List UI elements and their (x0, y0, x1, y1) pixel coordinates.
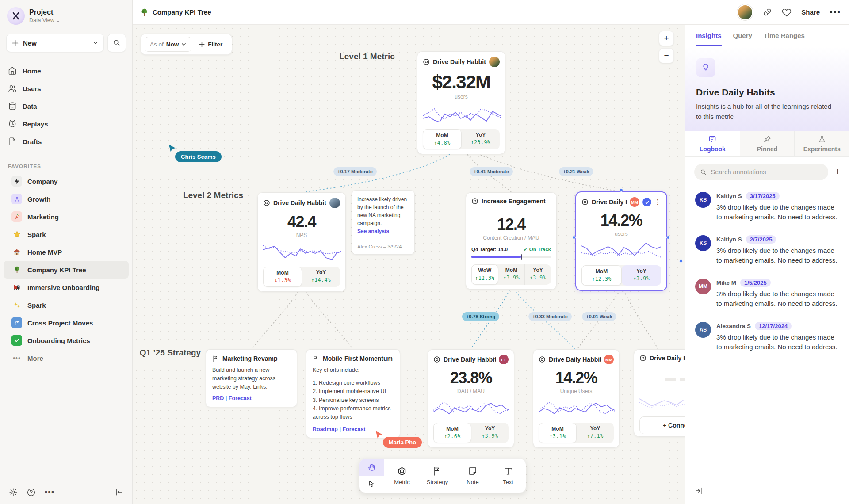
selection-handle[interactable] (679, 259, 683, 263)
sidebar-search-button[interactable] (107, 34, 126, 52)
note-tool[interactable]: Note (455, 459, 490, 493)
sidebar-item-replays[interactable]: Replays (0, 115, 132, 133)
selection-handle[interactable] (666, 236, 670, 239)
wow-chip[interactable]: WoW ↑12.3% (471, 264, 498, 285)
yoy-chip[interactable]: YoY ↑3.9% (622, 265, 661, 286)
sparkline (639, 394, 685, 412)
sidebar-item-drafts[interactable]: Drafts (0, 133, 132, 150)
house-icon (11, 247, 22, 257)
mom-chip[interactable]: MoM ↑3.1% (539, 423, 577, 443)
mom-chip[interactable]: MoM ↓1.3% (263, 267, 302, 287)
sidebar-item-home[interactable]: Home (0, 62, 132, 80)
metric-value: 14.2% (581, 211, 661, 230)
metric-tool[interactable]: Metric (384, 459, 420, 493)
user-avatar[interactable] (737, 4, 753, 20)
more-menu-icon[interactable]: ••• (830, 8, 841, 17)
canvas-annotation-note[interactable]: Increase likely driven by the launch of … (352, 190, 415, 255)
subtab-logbook[interactable]: Logbook (685, 131, 740, 156)
annotation-item[interactable]: AS Alexandra S 12/17/2024 3% drop likely… (695, 322, 839, 352)
help-icon[interactable] (27, 488, 36, 497)
sidebar-item-spark-2[interactable]: Spark (4, 296, 129, 314)
mom-chip[interactable]: MoM ↑4.8% (423, 129, 462, 149)
train-icon (11, 282, 22, 293)
copy-link-icon[interactable] (763, 8, 772, 17)
yoy-chip[interactable]: YoY ↑7.1% (577, 423, 614, 443)
yoy-chip[interactable]: YoY ↑3.9% (524, 264, 551, 285)
mom-chip[interactable]: MoM ↑3.9% (498, 264, 524, 285)
strategy-tool[interactable]: Strategy (420, 459, 455, 493)
edge-label: +0.21 Weak (559, 167, 593, 176)
filter-button[interactable]: Filter (193, 41, 228, 48)
subtab-pinned[interactable]: Pinned (740, 131, 795, 156)
metric-unit: Content Creation / MAU (471, 235, 551, 241)
metric-card-drive-daily-habits-selected[interactable]: Drive Daily Habb.. MM ⋮ 14.2% users MoM … (575, 191, 667, 291)
check-icon (11, 335, 22, 346)
tab-time-ranges[interactable]: Time Ranges (764, 25, 805, 46)
more-options-icon[interactable]: ••• (45, 488, 54, 496)
add-annotation-button[interactable]: + (834, 167, 840, 177)
zoom-out-button[interactable]: − (659, 48, 674, 63)
yoy-chip[interactable]: YoY ↑3.9% (471, 423, 509, 443)
annotation-item[interactable]: MM Mike M 1/5/2025 3% drop likely due to… (695, 279, 839, 309)
strategy-note-marketing-revamp[interactable]: Marketing Revamp Build and launch a new … (206, 349, 297, 407)
workspace-logo[interactable] (7, 7, 25, 25)
metric-value: 14.2% (539, 369, 614, 387)
new-button[interactable]: New (6, 34, 104, 52)
annotation-search[interactable] (694, 164, 828, 180)
selection-handle[interactable] (572, 236, 576, 239)
metric-card-drive-daily-habits-nps[interactable]: Drive Daily Habbits 42.4 NPS MoM ↓1.3% Y… (257, 192, 346, 292)
chevron-down-icon[interactable] (93, 40, 98, 46)
edge-label: +0.17 Moderate (333, 167, 377, 176)
metric-card-unconnected[interactable]: Drive Daily Hab + Connect (634, 349, 685, 437)
tab-query[interactable]: Query (733, 25, 752, 46)
sidebar-item-more[interactable]: ••• More (4, 349, 129, 367)
owner-badge: MM (630, 197, 639, 207)
settings-gear-icon[interactable] (9, 488, 18, 496)
annotation-search-input[interactable] (711, 168, 823, 176)
prd-forecast-links[interactable]: PRD | Forecast (212, 395, 291, 401)
share-button[interactable]: Share (801, 8, 820, 16)
collapse-sidebar-icon[interactable] (115, 488, 123, 496)
collapse-panel-icon[interactable] (694, 486, 703, 495)
strategy-note-mobile-first-momentum[interactable]: Mobile-First Momentum Key efforts includ… (306, 349, 400, 438)
metric-card-drive-daily-habits-unique[interactable]: Drive Daily Habbits MM 14.2% Unique User… (533, 349, 620, 448)
text-tool[interactable]: Text (490, 459, 526, 493)
metric-card-drive-daily-habits-l1[interactable]: Drive Daily Habbits $2.32M users MoM ↑4.… (417, 51, 505, 154)
sidebar-item-users[interactable]: Users (0, 80, 132, 97)
zoom-in-button[interactable]: + (659, 31, 674, 46)
sidebar-item-data[interactable]: Data (0, 97, 132, 115)
yoy-chip[interactable]: YoY ↑14.4% (302, 267, 340, 287)
yoy-chip[interactable]: YoY ↑23.9% (462, 129, 500, 149)
connect-button[interactable]: + Connect (639, 416, 685, 434)
mom-chip[interactable]: MoM ↑12.3% (581, 265, 622, 286)
select-tool[interactable] (359, 476, 384, 493)
as-of-dropdown[interactable]: As of Now (145, 37, 191, 52)
selection-handle[interactable] (620, 188, 623, 192)
hand-tool[interactable] (359, 459, 384, 476)
subtab-experiments[interactable]: Experiments (794, 131, 849, 156)
sidebar-item-spark[interactable]: Spark (4, 225, 129, 243)
sidebar-item-immersive-onboarding[interactable]: Immersive Onboarding (4, 279, 129, 296)
annotation-item[interactable]: KS Kaitlyn S 3/17/2025 3% drop likely du… (695, 192, 839, 222)
metric-card-increase-engagement[interactable]: Increase Engagement 12.4 Content Creatio… (466, 192, 557, 290)
see-analysis-link[interactable]: See analysis (357, 228, 409, 234)
sidebar-item-company[interactable]: Company (4, 172, 129, 190)
sidebar-item-growth[interactable]: Growth (4, 190, 129, 208)
kpi-tree-canvas[interactable]: As of Now Filter + − Level 1 Metric Leve… (133, 25, 685, 504)
project-view-switcher[interactable]: Data View ⌄ (29, 17, 61, 23)
metric-unit: DAU / MAU (433, 388, 509, 394)
sidebar-item-marketing[interactable]: Marketing (4, 208, 129, 225)
users-icon (8, 84, 17, 93)
sidebar-item-cross-project-moves[interactable]: Cross Project Moves (4, 314, 129, 332)
mom-chip[interactable]: MoM ↑2.6% (433, 423, 471, 443)
tab-insights[interactable]: Insights (696, 25, 722, 46)
favorite-heart-icon[interactable] (782, 8, 792, 17)
metric-card-drive-daily-habits-dau[interactable]: Drive Daily Habbits LT 23.8% DAU / MAU M… (428, 349, 514, 448)
metric-value: 12.4 (471, 215, 551, 234)
sidebar-item-company-kpi-tree[interactable]: Company KPI Tree (4, 261, 129, 279)
annotation-text: 3% drop likely due to the changes made t… (716, 332, 839, 352)
sidebar-item-onboarding-metrics[interactable]: Onboarding Metrics (4, 332, 129, 349)
card-menu-icon[interactable]: ⋮ (654, 198, 661, 206)
annotation-item[interactable]: KS Kaitlyn S 2/7/2025 3% drop likely due… (695, 235, 839, 265)
sidebar-item-home-mvp[interactable]: Home MVP (4, 243, 129, 261)
